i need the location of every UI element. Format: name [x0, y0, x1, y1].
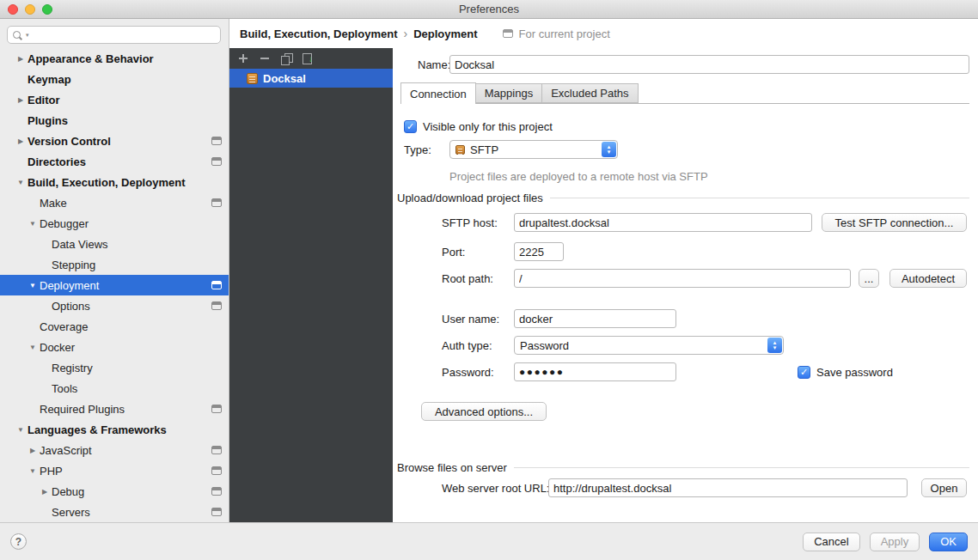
close-window-button[interactable] [8, 4, 18, 15]
zoom-window-button[interactable] [42, 4, 52, 15]
cancel-button[interactable]: Cancel [803, 533, 859, 551]
server-item-docksal[interactable]: Docksal [229, 69, 393, 88]
titlebar: Preferences [0, 0, 978, 19]
auth-type-select[interactable]: Password [514, 336, 784, 355]
auth-type-row: Auth type: Password [393, 336, 978, 355]
browse-root-button[interactable]: ... [859, 269, 879, 288]
add-server-button[interactable] [234, 51, 253, 66]
autodetect-button[interactable]: Autodetect [889, 269, 967, 288]
chevron-down-icon[interactable]: ▼ [26, 467, 40, 475]
search-options-chevron-icon[interactable]: ▾ [26, 32, 29, 39]
sidebar-item-label: Make [40, 197, 67, 210]
visible-row: Visible only for this project [393, 117, 978, 136]
chevron-down-icon[interactable]: ▼ [14, 179, 28, 186]
sftp-type-icon [455, 145, 465, 155]
sidebar-item-editor[interactable]: ▶Editor [0, 89, 229, 110]
settings-tree: ▶Appearance & BehaviorKeymap▶EditorPlugi… [0, 48, 229, 522]
sidebar-item-build-execution-deployment[interactable]: ▼Build, Execution, Deployment [0, 172, 229, 192]
sidebar-item-version-control[interactable]: ▶Version Control [0, 131, 229, 151]
sidebar-item-make[interactable]: Make [0, 192, 229, 213]
tab-mappings[interactable]: Mappings [475, 83, 542, 103]
chevron-right-icon[interactable]: ▶ [14, 55, 28, 63]
sidebar-item-keymap[interactable]: Keymap [0, 69, 229, 89]
sftp-host-input[interactable] [514, 213, 812, 232]
type-hint-row: Project files are deployed to a remote h… [393, 167, 978, 186]
sidebar-item-stepping[interactable]: Stepping [0, 254, 229, 275]
sidebar-item-label: JavaScript [40, 444, 92, 457]
help-button[interactable]: ? [10, 533, 27, 550]
sidebar-item-tools[interactable]: Tools [0, 378, 229, 399]
sidebar-item-directories[interactable]: Directories [0, 151, 229, 172]
sidebar-item-label: Keymap [28, 73, 71, 86]
sidebar-item-label: Editor [28, 94, 60, 107]
sidebar-item-registry[interactable]: Registry [0, 357, 229, 378]
current-project-icon [211, 446, 222, 454]
password-input[interactable] [514, 362, 676, 381]
breadcrumb-parent[interactable]: Build, Execution, Deployment [240, 27, 397, 40]
sidebar-item-data-views[interactable]: Data Views [0, 234, 229, 254]
current-project-icon [211, 137, 222, 145]
save-password-checkbox[interactable] [798, 366, 810, 379]
user-name-input[interactable] [514, 309, 676, 328]
sidebar-item-required-plugins[interactable]: Required Plugins [0, 399, 229, 419]
advanced-options-button[interactable]: Advanced options... [421, 402, 547, 421]
sidebar-item-debug[interactable]: ▶Debug [0, 481, 229, 502]
remove-server-button[interactable] [255, 51, 274, 66]
port-input[interactable] [514, 242, 564, 261]
sidebar-item-label: Directories [28, 155, 86, 168]
sidebar-item-label: Languages & Frameworks [28, 423, 167, 436]
type-select[interactable]: SFTP [449, 140, 618, 159]
test-connection-button[interactable]: Test SFTP connection... [822, 213, 967, 232]
sidebar-item-appearance-behavior[interactable]: ▶Appearance & Behavior [0, 48, 229, 69]
type-value: SFTP [470, 143, 498, 156]
apply-button[interactable]: Apply [870, 533, 920, 551]
open-button[interactable]: Open [921, 478, 967, 497]
sidebar-item-servers[interactable]: Servers [0, 502, 229, 522]
minimize-window-button[interactable] [25, 4, 35, 15]
sidebar-item-javascript[interactable]: ▶JavaScript [0, 440, 229, 460]
chevron-right-icon[interactable]: ▶ [14, 137, 28, 145]
ok-button[interactable]: OK [929, 533, 968, 551]
web-root-input[interactable] [548, 478, 908, 497]
chevron-down-icon[interactable]: ▼ [26, 220, 40, 228]
window-controls [8, 4, 52, 15]
sidebar-item-label: Build, Execution, Deployment [28, 176, 185, 189]
root-path-row: Root path: ... Autodetect [393, 269, 978, 288]
copy-server-button[interactable] [277, 51, 296, 66]
sidebar-item-plugins[interactable]: Plugins [0, 110, 229, 131]
chevron-right-icon[interactable]: ▶ [26, 447, 40, 454]
chevron-right-icon[interactable]: ▶ [14, 96, 28, 104]
chevron-right-icon[interactable]: ▶ [38, 488, 52, 496]
upload-section-title: Upload/download project files [397, 192, 543, 204]
sidebar-item-php[interactable]: ▼PHP [0, 460, 229, 481]
sidebar-item-label: Coverage [40, 320, 88, 333]
sidebar-item-deployment[interactable]: ▼Deployment [0, 275, 229, 295]
duplicate-server-button[interactable] [298, 51, 317, 66]
current-project-icon [211, 281, 222, 289]
root-path-input[interactable] [514, 269, 851, 288]
breadcrumb: Build, Execution, Deployment › Deploymen… [229, 19, 978, 48]
sidebar-item-options[interactable]: Options [0, 295, 229, 316]
chevron-down-icon[interactable]: ▼ [26, 282, 40, 289]
tab-connection[interactable]: Connection [400, 82, 476, 104]
sidebar-item-label: Tools [52, 382, 77, 395]
chevron-down-icon[interactable]: ▼ [14, 426, 28, 434]
sidebar-item-coverage[interactable]: Coverage [0, 316, 229, 337]
sidebar-item-debugger[interactable]: ▼Debugger [0, 213, 229, 234]
current-project-icon [211, 198, 222, 207]
settings-sidebar: ▾ ▶Appearance & BehaviorKeymap▶EditorPlu… [0, 19, 229, 522]
current-project-icon [503, 29, 513, 38]
user-name-label: User name: [442, 309, 499, 328]
chevron-down-icon[interactable]: ▼ [26, 344, 40, 351]
sftp-server-icon [247, 73, 258, 84]
name-input[interactable] [449, 55, 969, 74]
sidebar-item-label: Registry [52, 362, 93, 374]
separator-line [514, 467, 969, 468]
tab-excluded-paths[interactable]: Excluded Paths [541, 83, 638, 103]
sidebar-item-label: Servers [52, 506, 90, 519]
settings-search[interactable]: ▾ [7, 26, 221, 44]
sidebar-item-docker[interactable]: ▼Docker [0, 337, 229, 357]
sidebar-item-languages-frameworks[interactable]: ▼Languages & Frameworks [0, 419, 229, 440]
visible-project-checkbox[interactable] [404, 120, 417, 133]
search-input[interactable] [32, 27, 215, 43]
